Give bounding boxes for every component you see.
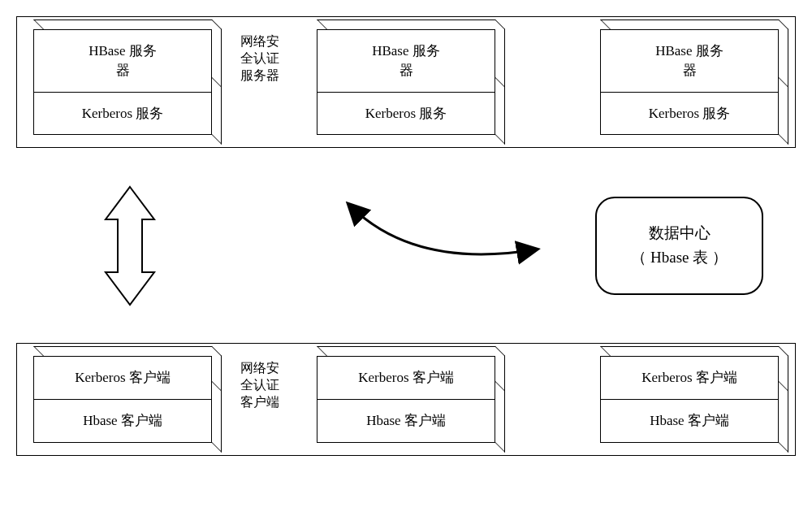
box-3d-side (495, 346, 505, 453)
box-3d-face: Kerberos 客户端 Hbase 客户端 (600, 356, 779, 443)
box-3d-top (33, 20, 222, 29)
box-3d-face: HBase 服务 器 Kerberos 服务 (33, 29, 212, 135)
box-3d-side (495, 20, 505, 145)
server-box-1: HBase 服务 器 Kerberos 服务 (33, 29, 212, 135)
client-top-label: Kerberos 客户端 (601, 357, 778, 400)
box-3d-top (33, 346, 222, 356)
box-3d-side (779, 20, 788, 145)
data-center-box: 数据中心 （ Hbase 表 ） (595, 197, 763, 295)
server-bottom-label: Kerberos 服务 (34, 93, 211, 135)
box-3d-side (212, 346, 222, 453)
curved-arrow-icon (333, 189, 560, 302)
bidirectional-arrow-icon (97, 183, 162, 309)
data-center-line1: 数据中心 (631, 221, 728, 245)
server-bottom-label: Kerberos 服务 (317, 93, 495, 135)
server-side-label: 网络安 全认证 服务器 (240, 33, 297, 84)
client-bottom-label: Hbase 客户端 (34, 400, 211, 442)
box-3d-side (779, 346, 788, 453)
box-3d-face: Kerberos 客户端 Hbase 客户端 (317, 356, 495, 443)
box-3d-top (317, 20, 505, 29)
server-row-container: HBase 服务 器 Kerberos 服务 网络安 全认证 服务器 HBase… (16, 16, 796, 148)
client-bottom-label: Hbase 客户端 (601, 400, 778, 442)
client-top-label: Kerberos 客户端 (317, 357, 495, 400)
client-box-1: Kerberos 客户端 Hbase 客户端 (33, 356, 212, 443)
box-3d-side (212, 20, 222, 145)
box-3d-face: HBase 服务 器 Kerberos 服务 (600, 29, 779, 135)
box-3d-face: Kerberos 客户端 Hbase 客户端 (33, 356, 212, 443)
server-top-label: HBase 服务 器 (601, 30, 778, 93)
server-top-label: HBase 服务 器 (34, 30, 211, 93)
client-box-2: Kerberos 客户端 Hbase 客户端 (317, 356, 495, 443)
server-box-2: HBase 服务 器 Kerberos 服务 (317, 29, 495, 135)
client-top-label: Kerberos 客户端 (34, 357, 211, 400)
client-bottom-label: Hbase 客户端 (317, 400, 495, 442)
box-3d-top (600, 20, 788, 29)
server-bottom-label: Kerberos 服务 (601, 93, 778, 135)
client-side-label: 网络安 全认证 客户端 (240, 360, 297, 410)
box-3d-face: HBase 服务 器 Kerberos 服务 (317, 29, 495, 135)
data-center-line2: （ Hbase 表 ） (631, 245, 728, 270)
server-top-label: HBase 服务 器 (317, 30, 495, 93)
box-3d-top (600, 346, 788, 356)
client-box-3: Kerberos 客户端 Hbase 客户端 (600, 356, 779, 443)
server-box-3: HBase 服务 器 Kerberos 服务 (600, 29, 779, 135)
middle-area: 数据中心 （ Hbase 表 ） (16, 172, 796, 319)
client-row-container: Kerberos 客户端 Hbase 客户端 网络安 全认证 客户端 Kerbe… (16, 343, 796, 456)
box-3d-top (317, 346, 505, 356)
